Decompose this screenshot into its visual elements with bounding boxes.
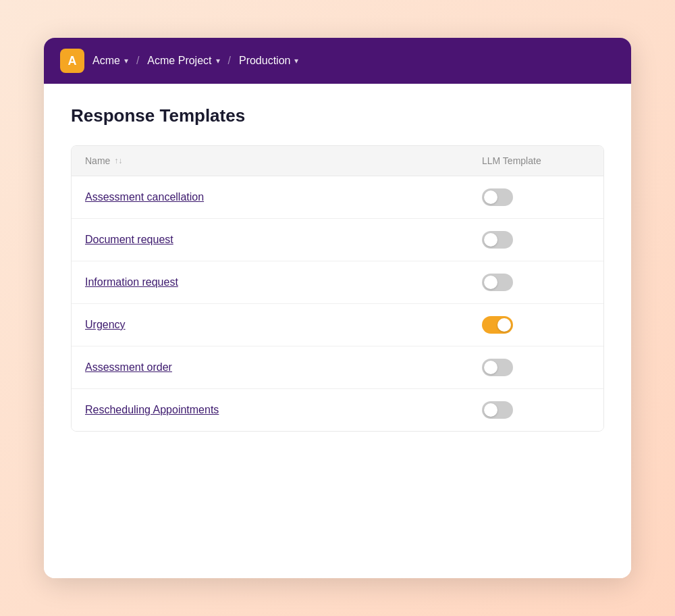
llm-template-toggle[interactable] — [482, 188, 513, 206]
table-cell-toggle — [468, 261, 603, 303]
table-row: Document request — [72, 219, 603, 261]
llm-template-toggle[interactable] — [482, 401, 513, 419]
llm-template-toggle[interactable] — [482, 274, 513, 291]
table-cell-toggle — [468, 176, 603, 218]
toggle-slider — [482, 274, 513, 291]
template-link[interactable]: Information request — [85, 276, 178, 288]
table-row: Assessment cancellation — [72, 176, 603, 219]
table-row: Assessment order — [72, 346, 603, 389]
table-cell-toggle — [468, 389, 603, 431]
llm-template-toggle[interactable] — [482, 359, 513, 376]
nav-bar: A Acme ▾ / Acme Project ▾ / Production ▾ — [44, 38, 631, 84]
sort-icon: ↑↓ — [114, 156, 122, 165]
toggle-slider — [482, 188, 513, 206]
breadcrumb-acme-project-label: Acme Project — [147, 55, 211, 67]
toggle-slider — [482, 359, 513, 376]
table-cell-name: Urgency — [72, 304, 468, 346]
breadcrumb-acme-label: Acme — [92, 55, 120, 67]
table-column-llm-label: LLM Template — [482, 155, 541, 166]
table-cell-name: Document request — [72, 219, 468, 261]
chevron-down-icon: ▾ — [216, 56, 220, 66]
table-row: Information request — [72, 261, 603, 304]
toggle-slider — [482, 231, 513, 249]
template-link[interactable]: Assessment order — [85, 361, 172, 374]
response-templates-table: Name ↑↓ LLM Template Assessment cancella… — [71, 145, 604, 432]
toggle-slider — [482, 401, 513, 419]
table-row: Rescheduling Appointments — [72, 389, 603, 431]
breadcrumb-separator-1: / — [136, 55, 139, 67]
template-link[interactable]: Document request — [85, 234, 173, 246]
table-column-name-label: Name — [85, 155, 110, 166]
page-content: Response Templates Name ↑↓ LLM Template … — [44, 84, 631, 578]
chevron-down-icon: ▾ — [294, 56, 298, 66]
template-link[interactable]: Assessment cancellation — [85, 191, 204, 203]
table-header-llm: LLM Template — [468, 146, 603, 176]
breadcrumb-production-label: Production — [239, 55, 291, 67]
breadcrumb-acme[interactable]: Acme ▾ — [92, 55, 128, 67]
table-cell-name: Rescheduling Appointments — [72, 389, 468, 431]
breadcrumb-acme-project[interactable]: Acme Project ▾ — [147, 55, 219, 67]
nav-logo-letter: A — [68, 54, 77, 68]
table-cell-toggle — [468, 346, 603, 388]
nav-logo[interactable]: A — [60, 49, 84, 73]
breadcrumb: Acme ▾ / Acme Project ▾ / Production ▾ — [92, 55, 298, 67]
llm-template-toggle[interactable] — [482, 231, 513, 249]
breadcrumb-production[interactable]: Production ▾ — [239, 55, 299, 67]
chevron-down-icon: ▾ — [124, 56, 128, 66]
llm-template-toggle[interactable] — [482, 316, 513, 334]
page-title: Response Templates — [71, 105, 604, 126]
table-body: Assessment cancellationDocument requestI… — [72, 176, 603, 431]
table-header: Name ↑↓ LLM Template — [72, 146, 603, 176]
table-row: Urgency — [72, 304, 603, 346]
template-link[interactable]: Urgency — [85, 319, 126, 331]
template-link[interactable]: Rescheduling Appointments — [85, 404, 219, 416]
breadcrumb-separator-2: / — [228, 55, 231, 67]
table-cell-name: Assessment order — [72, 346, 468, 388]
app-window: A Acme ▾ / Acme Project ▾ / Production ▾… — [44, 38, 631, 578]
toggle-slider — [482, 316, 513, 334]
table-cell-name: Assessment cancellation — [72, 176, 468, 218]
table-cell-toggle — [468, 219, 603, 261]
table-cell-toggle — [468, 304, 603, 346]
table-header-name[interactable]: Name ↑↓ — [72, 146, 468, 176]
table-cell-name: Information request — [72, 261, 468, 303]
